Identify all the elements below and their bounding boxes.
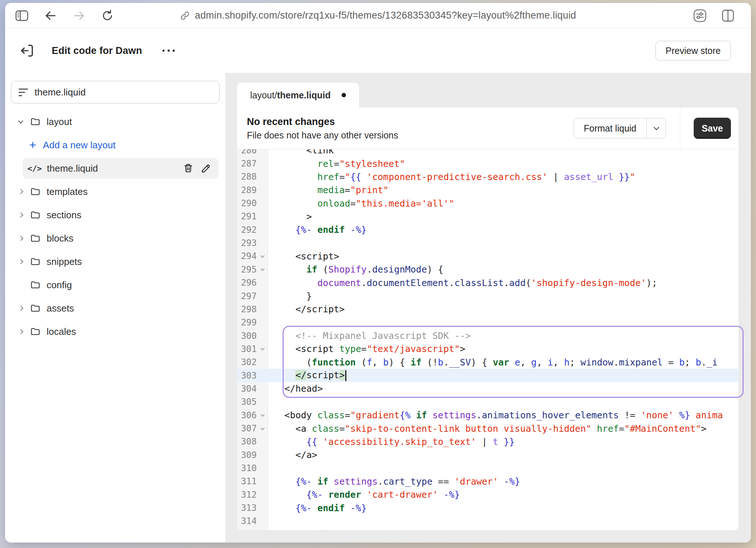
link-icon [180,11,190,21]
address-bar[interactable]: admin.shopify.com/store/rzq1xu-f5/themes… [180,3,576,28]
header-divider [680,107,680,149]
sidebar-item-theme-liquid[interactable]: </>theme.liquid [23,158,218,179]
fold-chevron-icon[interactable] [257,255,268,257]
line-number: 303 [237,371,257,381]
unsaved-dot [342,93,346,97]
more-menu-icon[interactable] [159,46,178,55]
code-line-299[interactable]: 299 [237,316,739,329]
save-button[interactable]: Save [694,118,731,139]
chevron-right-icon[interactable] [16,306,25,310]
sidebar-toggle-icon[interactable] [15,10,28,21]
folder-label: config [47,279,72,291]
code-line-302[interactable]: 302 (function (f, b) { if (!b.__SV) { va… [237,356,739,369]
code-line-292[interactable]: 292 {%- endif -%} [237,223,739,236]
sidebar-item-snippets[interactable]: snippets [11,251,220,272]
preview-store-button[interactable]: Preview store [655,41,731,60]
sidebar-item-sections[interactable]: sections [11,205,220,225]
split-view-icon[interactable] [721,9,735,22]
exit-icon[interactable] [19,43,35,59]
code-line-309[interactable]: 309 </a> [237,449,739,462]
line-number: 309 [237,450,257,460]
sidebar-item-layout[interactable]: layout [11,111,220,132]
code-line-300[interactable]: 300 <!-- Mixpanel Javascript SDK --> [237,329,739,342]
code-file-icon: </> [27,164,42,173]
fold-chevron-icon[interactable] [257,428,268,430]
file-search-input[interactable]: theme.liquid [11,81,220,103]
sidebar-item-templates[interactable]: templates [11,181,220,202]
chevron-down-icon[interactable] [16,121,25,123]
edit-icon[interactable] [200,163,211,174]
code-line-293[interactable]: 293 [237,236,739,250]
chevron-down-icon[interactable] [647,118,666,138]
chevron-right-icon[interactable] [16,236,25,240]
fold-chevron-icon[interactable] [257,414,268,416]
code-editor[interactable]: 286 <link287 rel="stylesheet"288 href="{… [237,149,739,530]
extensions-icon[interactable] [693,8,707,23]
line-number: 302 [237,357,257,367]
code-line-315[interactable]: 315 {%- if settings.cart_type == 'notifi… [237,528,739,530]
format-liquid-button[interactable]: Format liquid [574,118,666,138]
folder-icon [30,186,41,197]
file-label: theme.liquid [47,163,183,174]
reload-icon[interactable] [101,9,114,22]
forward-icon[interactable] [73,10,85,21]
chevron-right-icon[interactable] [16,213,25,217]
code-line-298[interactable]: 298 </script> [237,303,739,316]
code-line-311[interactable]: 311 {%- if settings.cart_type == 'drawer… [237,475,739,488]
chevron-right-icon[interactable] [16,260,25,263]
fold-chevron-icon[interactable] [257,269,268,270]
line-number: 290 [237,198,257,208]
code-line-310[interactable]: 310 [237,462,739,475]
back-icon[interactable] [44,10,57,21]
code-line-306[interactable]: 306 <body class="gradient{% if settings.… [237,409,739,422]
code-line-307[interactable]: 307 <a class="skip-to-content-link butto… [237,422,739,435]
line-number: 312 [237,490,257,500]
sidebar-item-blocks[interactable]: blocks [11,228,220,248]
folder-icon [30,303,41,314]
line-number: 314 [237,516,257,526]
code-line-301[interactable]: 301 <script type="text/javascript"> [237,342,739,356]
folder-label: layout [47,116,72,128]
code-line-308[interactable]: 308 {{ 'accessibility.skip_to_text' | t … [237,435,739,448]
code-line-314[interactable]: 314 [237,514,739,528]
code-line-286[interactable]: 286 <link [237,149,739,157]
code-line-289[interactable]: 289 media="print" [237,184,739,197]
sidebar-item-config[interactable]: config [11,275,220,295]
code-line-297[interactable]: 297 } [237,289,739,302]
code-line-312[interactable]: 312 {%- render 'cart-drawer' -%} [237,488,739,501]
chevron-right-icon[interactable] [16,330,25,333]
sidebar-item-locales[interactable]: locales [11,321,220,342]
line-number: 287 [237,158,257,169]
folder-icon [30,116,41,127]
app-header: Edit code for Dawn Preview store [5,28,751,73]
code-line-294[interactable]: 294 <script> [237,250,739,263]
sidebar-item-assets[interactable]: assets [11,298,220,318]
folder-label: locales [47,326,76,337]
status-title: No recent changes [247,116,574,128]
code-line-305[interactable]: 305 [237,395,739,408]
folder-icon [30,279,41,290]
code-line-313[interactable]: 313 {%- endif -%} [237,501,739,514]
file-sidebar: theme.liquid layout+Add a new layout</>t… [5,73,226,543]
file-search-value: theme.liquid [35,87,86,98]
code-line-303[interactable]: 303 </script> [237,369,739,382]
code-line-295[interactable]: 295 if (Shopify.designMode) { [237,263,739,276]
fold-chevron-icon[interactable] [257,348,268,350]
folder-label: snippets [47,256,82,267]
code-line-288[interactable]: 288 href="{{ 'component-predictive-searc… [237,170,739,183]
line-number: 311 [237,476,257,486]
line-number: 308 [237,437,257,447]
tab-theme-liquid[interactable]: layout/theme.liquid [237,83,359,107]
format-liquid-label[interactable]: Format liquid [574,118,646,138]
editor-area: layout/theme.liquid No recent changes Fi… [226,73,751,543]
code-line-291[interactable]: 291 > [237,210,739,223]
code-line-304[interactable]: 304 </head> [237,382,739,395]
code-line-287[interactable]: 287 rel="stylesheet" [237,157,739,170]
file-tree: layout+Add a new layout</>theme.liquidte… [11,111,220,342]
trash-icon[interactable] [183,163,194,174]
chevron-right-icon[interactable] [16,190,25,193]
code-line-296[interactable]: 296 document.documentElement.classList.a… [237,276,739,289]
folder-icon [30,210,41,220]
add-layout-button[interactable]: +Add a new layout [11,135,220,155]
code-line-290[interactable]: 290 onload="this.media='all'" [237,197,739,210]
